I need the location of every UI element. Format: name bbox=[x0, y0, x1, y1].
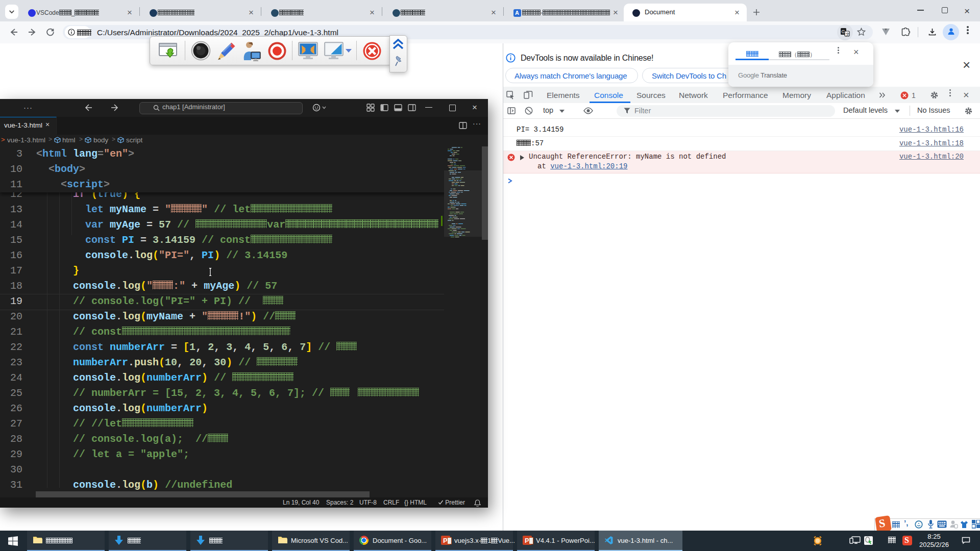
svg-text:文: 文 bbox=[846, 32, 850, 37]
